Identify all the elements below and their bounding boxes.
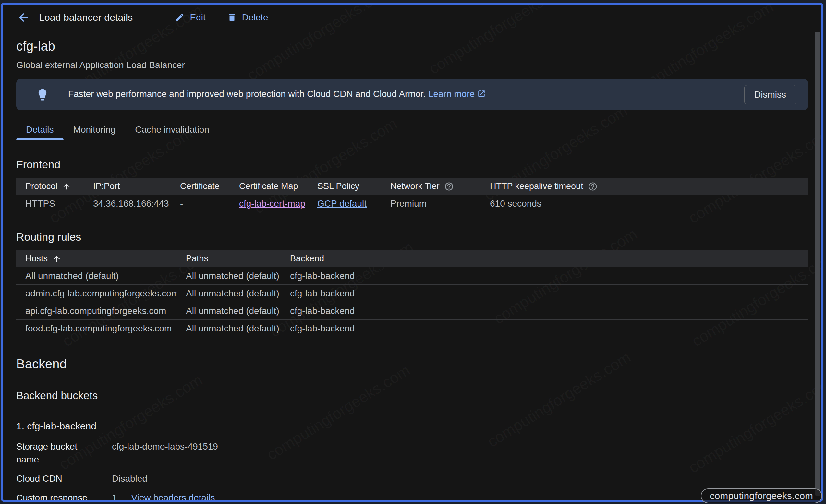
routing-rules-table: Hosts Paths Backend All unmatched (defau… xyxy=(16,250,808,337)
property-row: Cloud CDNDisabled xyxy=(16,469,808,489)
column-header-certificate[interactable]: Certificate xyxy=(171,181,230,191)
load-balancer-type: Global external Application Load Balance… xyxy=(16,60,808,70)
protocol-value: HTTPS xyxy=(16,198,84,209)
backend-buckets-heading: Backend buckets xyxy=(16,389,808,402)
edit-button-label: Edit xyxy=(190,12,205,23)
load-balancer-name: cfg-lab xyxy=(16,39,808,54)
edit-button[interactable]: Edit xyxy=(175,12,205,23)
scrollbar[interactable] xyxy=(814,31,821,500)
certificate-map-link[interactable]: cfg-lab-cert-map xyxy=(239,198,305,209)
column-header-protocol[interactable]: Protocol xyxy=(16,181,84,191)
help-icon[interactable] xyxy=(444,182,454,191)
table-cell: cfg-lab-backend xyxy=(281,288,808,299)
page-header: Load balancer details Edit Delete xyxy=(3,5,821,30)
scrollbar-thumb[interactable] xyxy=(815,32,821,496)
info-banner: Faster web performance and improved web … xyxy=(16,79,808,110)
table-row: admin.cfg-lab.computingforgeeks.comAll u… xyxy=(16,285,808,302)
page-title: Load balancer details xyxy=(39,12,133,23)
network-tier-value: Premium xyxy=(381,198,481,209)
routing-rules-body: All unmatched (default)All unmatched (de… xyxy=(16,267,808,337)
table-cell: All unmatched (default) xyxy=(16,271,177,281)
column-header-backend[interactable]: Backend xyxy=(281,254,808,264)
ip-port-value: 34.36.168.166:443 xyxy=(84,198,171,209)
table-cell: All unmatched (default) xyxy=(177,271,281,281)
table-cell: All unmatched (default) xyxy=(177,288,281,299)
property-label: Storage bucket name xyxy=(16,440,112,466)
trash-icon xyxy=(227,13,237,22)
back-button[interactable] xyxy=(15,10,31,25)
http-keepalive-timeout-value: 610 seconds xyxy=(481,198,808,209)
column-header-http-keepalive-timeout[interactable]: HTTP keepalive timeout xyxy=(481,181,808,191)
tab-monitoring[interactable]: Monitoring xyxy=(64,119,126,140)
column-header-paths[interactable]: Paths xyxy=(177,254,281,264)
delete-button[interactable]: Delete xyxy=(227,12,268,23)
ssl-policy-link[interactable]: GCP default xyxy=(317,198,367,209)
table-row: food.cfg-lab.computingforgeeks.comAll un… xyxy=(16,320,808,337)
view-headers-details-link[interactable]: View headers details xyxy=(131,491,215,502)
column-header-ssl-policy[interactable]: SSL Policy xyxy=(308,181,381,191)
sort-ascending-icon xyxy=(52,254,61,263)
tab-details[interactable]: Details xyxy=(16,119,64,140)
frontend-table-header: Protocol IP:Port Certificate Certificate… xyxy=(16,178,808,195)
tab-cache-invalidation[interactable]: Cache invalidation xyxy=(125,119,219,140)
pencil-icon xyxy=(175,13,185,22)
external-link-icon xyxy=(477,89,486,100)
property-row: Custom response headers1View headers det… xyxy=(16,489,808,502)
table-row: All unmatched (default)All unmatched (de… xyxy=(16,267,808,285)
frontend-table-row: HTTPS 34.36.168.166:443 - cfg-lab-cert-m… xyxy=(16,195,808,212)
routing-rules-table-header: Hosts Paths Backend xyxy=(16,250,808,267)
column-header-certificate-map[interactable]: Certificate Map xyxy=(230,181,308,191)
sort-ascending-icon xyxy=(62,182,71,191)
banner-message: Faster web performance and improved web … xyxy=(68,89,486,100)
column-header-hosts[interactable]: Hosts xyxy=(16,254,177,264)
frontend-table: Protocol IP:Port Certificate Certificate… xyxy=(16,178,808,212)
table-cell: All unmatched (default) xyxy=(177,323,281,334)
tab-bar: Details Monitoring Cache invalidation xyxy=(16,119,808,140)
property-value-text: cfg-lab-demo-labs-491519 xyxy=(112,440,218,453)
help-icon[interactable] xyxy=(588,182,598,191)
app-window: computingforgeeks.comcomputingforgeeks.c… xyxy=(1,3,823,502)
table-cell: cfg-lab-backend xyxy=(281,306,808,316)
backend-heading: Backend xyxy=(16,357,808,371)
frontend-heading: Frontend xyxy=(16,158,808,171)
routing-rules-heading: Routing rules xyxy=(16,231,808,243)
property-label: Cloud CDN xyxy=(16,472,112,485)
delete-button-label: Delete xyxy=(242,12,268,23)
table-row: api.cfg-lab.computingforgeeks.comAll unm… xyxy=(16,302,808,320)
backend-properties-table: Storage bucket namecfg-lab-demo-labs-491… xyxy=(16,437,808,502)
property-row: Storage bucket namecfg-lab-demo-labs-491… xyxy=(16,437,808,469)
property-label: Custom response headers xyxy=(16,491,112,502)
property-value-text: 1 xyxy=(112,491,117,502)
table-cell: food.cfg-lab.computingforgeeks.com xyxy=(16,323,177,334)
table-cell: cfg-lab-backend xyxy=(281,323,808,334)
table-cell: All unmatched (default) xyxy=(177,306,281,316)
property-value-text: Disabled xyxy=(112,472,147,485)
table-cell: cfg-lab-backend xyxy=(281,271,808,281)
table-cell: api.cfg-lab.computingforgeeks.com xyxy=(16,306,177,316)
learn-more-link[interactable]: Learn more xyxy=(428,89,475,99)
dismiss-button[interactable]: Dismiss xyxy=(744,85,796,105)
property-value: Disabled xyxy=(112,472,808,485)
site-watermark-badge: computingforgeeks.com xyxy=(701,489,822,503)
backend-bucket-title: 1. cfg-lab-backend xyxy=(16,421,808,432)
table-cell: admin.cfg-lab.computingforgeeks.com xyxy=(16,288,177,299)
column-header-network-tier[interactable]: Network Tier xyxy=(381,181,481,191)
column-header-ip-port[interactable]: IP:Port xyxy=(84,181,171,191)
certificate-value: - xyxy=(171,198,230,209)
property-value: cfg-lab-demo-labs-491519 xyxy=(112,440,808,453)
arrow-back-icon xyxy=(17,11,30,24)
lightbulb-icon xyxy=(36,88,49,102)
